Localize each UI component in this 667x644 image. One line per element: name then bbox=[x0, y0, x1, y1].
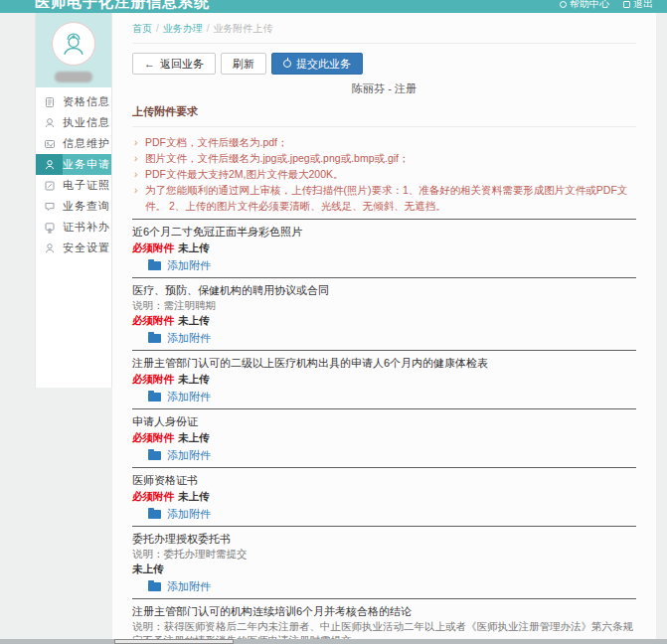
add-attachment-label: 添加附件 bbox=[167, 579, 211, 594]
attachment-item: 申请人身份证 必须附件未上传 添加附件 bbox=[132, 408, 636, 467]
upload-requirements: 上传附件要求 PDF文档，文件后缀名为.pdf； 图片文件，文件后缀名为.jpg… bbox=[132, 104, 636, 219]
applicant-subject: 陈丽芬 - 注册 bbox=[132, 81, 636, 96]
folder-icon bbox=[148, 510, 161, 519]
refresh-button-label: 刷新 bbox=[233, 57, 254, 72]
breadcrumb-section[interactable]: 业务办理 bbox=[163, 23, 203, 34]
sidebar-item-info-maintenance[interactable]: 信息维护 bbox=[36, 133, 111, 154]
upload-status: 未上传 bbox=[178, 490, 210, 502]
requirement-item: 图片文件，文件后缀名为.jpg或.jpeg或.png或.bmp或.gif； bbox=[132, 150, 636, 166]
horizontal-scrollbar-thumb[interactable] bbox=[114, 639, 234, 644]
sidebar-item-business-query[interactable]: 业务查询 bbox=[36, 196, 111, 217]
breadcrumb-current: 业务附件上传 bbox=[214, 23, 273, 34]
breadcrumb-separator: / bbox=[156, 23, 159, 34]
upload-requirements-title: 上传附件要求 bbox=[132, 104, 636, 127]
picture-icon bbox=[36, 133, 63, 154]
sidebar-item-certificate-reissue[interactable]: 证书补办 bbox=[36, 217, 111, 238]
attachment-note: 说明：委托办理时需提交 bbox=[132, 547, 636, 561]
breadcrumb-separator: / bbox=[207, 23, 210, 34]
folder-icon bbox=[148, 334, 161, 343]
sidebar-menu: 资格信息 执业信息 信息维护 业务申请 电子证照 bbox=[36, 87, 111, 258]
attachment-note: 说明：需注明聘期 bbox=[132, 298, 636, 312]
breadcrumb: 首页/业务办理/业务附件上传 bbox=[132, 13, 636, 44]
submit-business-button[interactable]: 提交此业务 bbox=[271, 53, 363, 75]
attachment-title: 申请人身份证 bbox=[132, 414, 636, 429]
logout-link[interactable]: 退出 bbox=[623, 0, 653, 11]
sidebar-item-practice-info[interactable]: 执业信息 bbox=[36, 112, 111, 133]
upload-requirements-list: PDF文档，文件后缀名为.pdf； 图片文件，文件后缀名为.jpg或.jpeg或… bbox=[132, 127, 636, 219]
required-badge: 必须附件 bbox=[132, 431, 174, 443]
attachment-title: 近6个月二寸免冠正面半身彩色照片 bbox=[132, 225, 636, 240]
attachment-title: 注册主管部门认可的二级以上医疗机构出具的申请人6个月内的健康体检表 bbox=[132, 356, 636, 371]
profile-panel bbox=[36, 13, 111, 87]
submit-button-label: 提交此业务 bbox=[296, 57, 351, 72]
help-center-label: 帮助中心 bbox=[570, 0, 609, 11]
upload-status: 未上传 bbox=[178, 373, 210, 385]
required-badge: 必须附件 bbox=[132, 490, 174, 502]
folder-icon bbox=[148, 582, 161, 591]
add-attachment-button[interactable]: 添加附件 bbox=[148, 258, 211, 273]
attachment-item: 医师资格证书 必须附件未上传 添加附件 bbox=[132, 467, 636, 526]
submit-icon bbox=[283, 60, 291, 68]
sidebar-item-security-settings[interactable]: 安全设置 bbox=[36, 238, 111, 258]
requirement-item: PDF文档，文件后缀名为.pdf； bbox=[132, 134, 636, 150]
attachment-status: 必须附件未上传 bbox=[132, 241, 636, 254]
add-attachment-button[interactable]: 添加附件 bbox=[148, 579, 211, 594]
folder-icon bbox=[148, 261, 161, 270]
document-icon bbox=[36, 91, 63, 112]
toolbar: ← 返回业务 刷新 提交此业务 bbox=[132, 53, 636, 75]
headset-icon bbox=[560, 1, 567, 8]
app-title: 医师电子化注册信息系统 bbox=[35, 0, 210, 12]
headset-person-icon bbox=[36, 112, 63, 133]
attachment-title: 医疗、预防、保健机构的聘用协议或合同 bbox=[132, 283, 636, 298]
logout-icon bbox=[623, 1, 630, 8]
user-name bbox=[55, 72, 92, 82]
refresh-button[interactable]: 刷新 bbox=[221, 53, 266, 75]
requirement-item: PDF文件最大支持2M,图片文件最大200K。 bbox=[132, 166, 636, 182]
back-arrow-icon: ← bbox=[144, 59, 155, 70]
header-actions: 帮助中心 退出 bbox=[560, 0, 653, 11]
back-button-label: 返回业务 bbox=[160, 57, 204, 72]
attachment-status: 必须附件未上传 bbox=[132, 313, 636, 327]
attachment-status: 必须附件未上传 bbox=[132, 372, 636, 386]
sidebar-item-qualification-info[interactable]: 资格信息 bbox=[36, 91, 111, 112]
add-attachment-label: 添加附件 bbox=[167, 331, 211, 346]
sidebar-item-e-certificate[interactable]: 电子证照 bbox=[36, 175, 111, 196]
attachment-title: 注册主管部门认可的机构连续培训6个月并考核合格的结论 bbox=[132, 604, 636, 619]
attachment-item: 注册主管部门认可的机构连续培训6个月并考核合格的结论 说明：获得医师资格后二年内… bbox=[132, 598, 636, 644]
help-center-link[interactable]: 帮助中心 bbox=[560, 0, 609, 11]
horizontal-scrollbar[interactable] bbox=[0, 639, 667, 644]
requirement-item: 为了您能顺利的通过网上审核，上传扫描件(照片)要求：1、准备好的相关资料需要形成… bbox=[132, 182, 636, 214]
attachment-item: 委托办理授权委托书 说明：委托办理时需提交 未上传 添加附件 bbox=[132, 526, 636, 598]
lock-person-icon bbox=[36, 238, 63, 258]
sidebar-item-business-application[interactable]: 业务申请 bbox=[36, 154, 111, 175]
app-header: 医师电子化注册信息系统 帮助中心 退出 bbox=[0, 0, 667, 13]
avatar bbox=[52, 22, 95, 66]
add-attachment-label: 添加附件 bbox=[167, 258, 211, 273]
required-badge: 必须附件 bbox=[132, 314, 174, 326]
upload-status: 未上传 bbox=[178, 242, 210, 253]
upload-status: 未上传 bbox=[132, 563, 164, 574]
person-icon bbox=[36, 154, 63, 175]
add-attachment-button[interactable]: 添加附件 bbox=[148, 448, 211, 463]
add-attachment-button[interactable]: 添加附件 bbox=[148, 507, 211, 522]
main-content: 首页/业务办理/业务附件上传 ← 返回业务 刷新 提交此业务 陈丽芬 - 注册 … bbox=[112, 13, 656, 639]
attachment-item: 近6个月二寸免冠正面半身彩色照片 必须附件未上传 添加附件 bbox=[132, 219, 636, 277]
attachment-title: 医师资格证书 bbox=[132, 473, 636, 488]
folder-icon bbox=[148, 451, 161, 460]
attachment-item: 医疗、预防、保健机构的聘用协议或合同 说明：需注明聘期 必须附件未上传 添加附件 bbox=[132, 277, 636, 350]
add-attachment-button[interactable]: 添加附件 bbox=[148, 390, 211, 404]
add-attachment-label: 添加附件 bbox=[167, 507, 211, 522]
attachment-status: 未上传 bbox=[132, 562, 636, 575]
required-badge: 必须附件 bbox=[132, 242, 174, 253]
breadcrumb-home[interactable]: 首页 bbox=[132, 23, 152, 34]
chat-icon bbox=[36, 196, 63, 217]
add-attachment-label: 添加附件 bbox=[167, 448, 211, 463]
attachment-item: 注册主管部门认可的二级以上医疗机构出具的申请人6个月内的健康体检表 必须附件未上… bbox=[132, 350, 636, 408]
certificate-icon bbox=[36, 217, 63, 238]
add-attachment-button[interactable]: 添加附件 bbox=[148, 331, 211, 346]
document-pen-icon bbox=[36, 175, 63, 196]
back-button[interactable]: ← 返回业务 bbox=[132, 53, 216, 75]
doctor-icon bbox=[59, 29, 88, 59]
attachment-status: 必须附件未上传 bbox=[132, 489, 636, 503]
add-attachment-label: 添加附件 bbox=[167, 390, 211, 404]
